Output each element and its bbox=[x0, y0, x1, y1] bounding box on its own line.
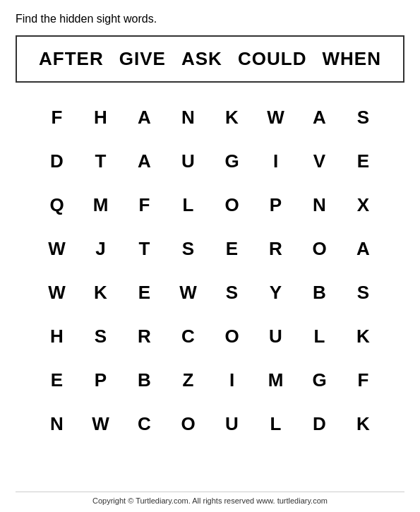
grid-cell: O bbox=[210, 314, 254, 358]
grid-cell: B bbox=[123, 358, 167, 402]
grid-cell: I bbox=[210, 358, 254, 402]
page: Find the hidden sight words. AFTERGIVEAS… bbox=[0, 0, 420, 512]
grid-row: DTAUGIVE bbox=[35, 139, 385, 183]
grid-cell: O bbox=[210, 183, 254, 227]
grid-row: QMFLOPNX bbox=[35, 183, 385, 227]
grid-cell: U bbox=[167, 139, 210, 183]
grid-cell: D bbox=[35, 139, 79, 183]
grid-cell: W bbox=[167, 270, 210, 314]
grid-cell: B bbox=[298, 270, 342, 314]
grid-cell: L bbox=[298, 314, 342, 358]
grid-cell: U bbox=[254, 314, 298, 358]
word-item: ASK bbox=[181, 48, 222, 70]
grid-cell: C bbox=[167, 314, 210, 358]
grid-row: EPBZIMGF bbox=[35, 358, 385, 402]
grid-cell: S bbox=[79, 314, 123, 358]
grid-cell: R bbox=[123, 314, 167, 358]
grid-cell: L bbox=[254, 402, 298, 446]
grid-cell: W bbox=[79, 402, 123, 446]
grid-cell: F bbox=[35, 95, 79, 139]
grid-cell: G bbox=[210, 139, 254, 183]
grid-cell: P bbox=[254, 183, 298, 227]
grid-cell: N bbox=[35, 402, 79, 446]
grid-cell: Z bbox=[167, 358, 210, 402]
grid-cell: A bbox=[123, 95, 167, 139]
grid-cell: D bbox=[298, 402, 342, 446]
grid-cell: S bbox=[167, 227, 210, 270]
grid-cell: G bbox=[298, 358, 342, 402]
word-item: AFTER bbox=[39, 48, 104, 70]
footer-text: Copyright © Turtlediary.com. All rights … bbox=[16, 492, 404, 505]
grid-cell: K bbox=[210, 95, 254, 139]
grid-container: FHANKWASDTAUGIVEQMFLOPNXWJTSEROAWKEWSYBS… bbox=[16, 95, 404, 492]
grid-cell: W bbox=[254, 95, 298, 139]
grid-row: WJTSEROA bbox=[35, 227, 385, 270]
grid-cell: P bbox=[79, 358, 123, 402]
grid-cell: A bbox=[123, 139, 167, 183]
grid-cell: S bbox=[342, 270, 385, 314]
grid-cell: F bbox=[342, 358, 385, 402]
grid-cell: E bbox=[123, 270, 167, 314]
grid-cell: I bbox=[254, 139, 298, 183]
grid-cell: V bbox=[298, 139, 342, 183]
grid-cell: N bbox=[298, 183, 342, 227]
grid-cell: S bbox=[342, 95, 385, 139]
grid-cell: A bbox=[342, 227, 385, 270]
grid-cell: H bbox=[35, 314, 79, 358]
word-item: GIVE bbox=[119, 48, 166, 70]
grid-cell: O bbox=[167, 402, 210, 446]
instructions-text: Find the hidden sight words. bbox=[16, 13, 404, 25]
grid-row: FHANKWAS bbox=[35, 95, 385, 139]
word-item: COULD bbox=[238, 48, 306, 70]
grid-cell: T bbox=[123, 227, 167, 270]
grid-cell: T bbox=[79, 139, 123, 183]
grid-cell: Y bbox=[254, 270, 298, 314]
grid-row: WKEWSYBS bbox=[35, 270, 385, 314]
grid-cell: O bbox=[298, 227, 342, 270]
word-item: WHEN bbox=[323, 48, 381, 70]
grid-cell: L bbox=[167, 183, 210, 227]
grid-cell: E bbox=[35, 358, 79, 402]
grid-row: NWCOULDK bbox=[35, 402, 385, 446]
grid-cell: J bbox=[79, 227, 123, 270]
grid-cell: M bbox=[254, 358, 298, 402]
grid-cell: E bbox=[210, 227, 254, 270]
grid-cell: X bbox=[342, 183, 385, 227]
grid-cell: K bbox=[342, 314, 385, 358]
grid-cell: U bbox=[210, 402, 254, 446]
grid-cell: K bbox=[79, 270, 123, 314]
grid-cell: S bbox=[210, 270, 254, 314]
grid-cell: W bbox=[35, 227, 79, 270]
grid-cell: E bbox=[342, 139, 385, 183]
grid-cell: H bbox=[79, 95, 123, 139]
grid-row: HSRCOULK bbox=[35, 314, 385, 358]
grid-cell: N bbox=[167, 95, 210, 139]
grid-cell: R bbox=[254, 227, 298, 270]
grid-cell: F bbox=[123, 183, 167, 227]
grid-cell: A bbox=[298, 95, 342, 139]
grid-cell: Q bbox=[35, 183, 79, 227]
grid-cell: M bbox=[79, 183, 123, 227]
grid-cell: W bbox=[35, 270, 79, 314]
words-box: AFTERGIVEASKCOULDWHEN bbox=[16, 35, 404, 83]
grid-cell: C bbox=[123, 402, 167, 446]
grid-cell: K bbox=[342, 402, 385, 446]
